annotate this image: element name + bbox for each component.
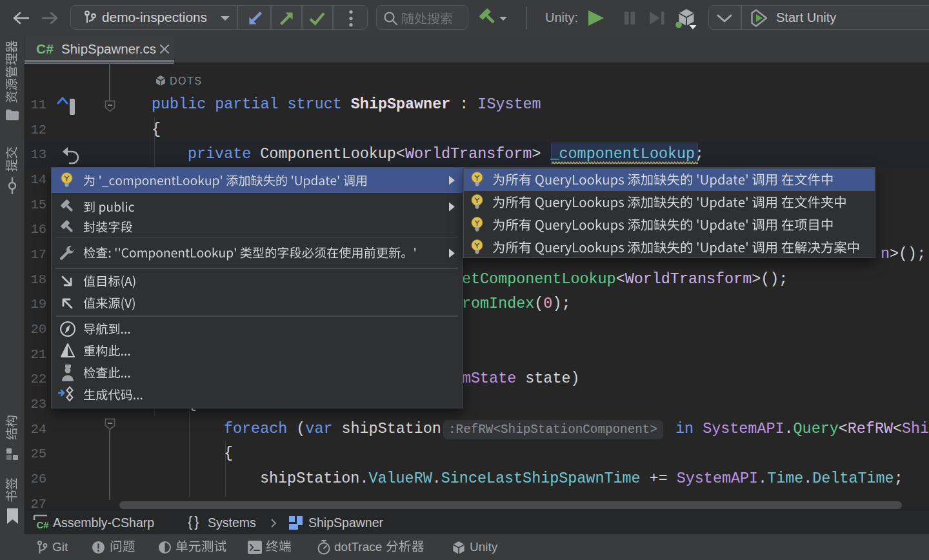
svg-text:C#: C# bbox=[36, 519, 49, 530]
